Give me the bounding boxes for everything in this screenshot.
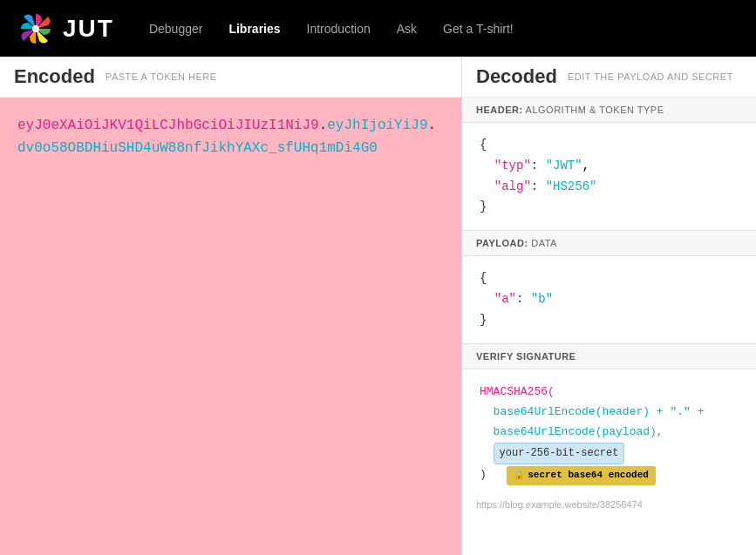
alg-val: "HS256" — [546, 179, 597, 193]
logo-icon — [17, 10, 54, 47]
payload-sublabel: DATA — [531, 238, 557, 248]
typ-val: "JWT" — [546, 159, 582, 173]
payload-section-header: PAYLOAD: DATA — [462, 231, 756, 256]
decoded-panel: Decoded EDIT THE PAYLOAD AND SECRET HEAD… — [462, 57, 756, 555]
badge-text: secret base64 encoded — [528, 467, 649, 484]
verify-func: HMACSHA256( — [480, 385, 555, 398]
decoded-header: Decoded EDIT THE PAYLOAD AND SECRET — [462, 57, 756, 98]
alg-colon: : — [531, 179, 546, 193]
verify-section: VERIFY SIGNATURE HMACSHA256( base64UrlEn… — [462, 344, 756, 514]
logo-text: JUT — [63, 15, 114, 43]
logo-area: JUT — [17, 10, 114, 47]
a-key: "a" — [494, 292, 516, 306]
secret-input-box[interactable]: your-256-bit-secret — [494, 443, 625, 465]
encoded-title: Encoded — [14, 65, 95, 88]
token-dot2: . — [427, 118, 436, 133]
nav-tshirt[interactable]: Get a T-shirt! — [443, 22, 514, 36]
decoded-title: Decoded — [476, 65, 557, 88]
open-brace-header: { — [480, 138, 487, 152]
typ-colon: : — [531, 159, 546, 173]
a-colon: : — [516, 292, 531, 306]
verify-line2: base64UrlEncode(header) + "." + — [494, 405, 705, 418]
verify-line3: base64UrlEncode(payload), — [494, 425, 664, 438]
status-bar: https://blog.example.website/38256474 — [462, 497, 756, 513]
header-section-header: HEADER: ALGORITHM & TOKEN TYPE — [462, 98, 756, 123]
nav-debugger[interactable]: Debugger — [149, 22, 203, 36]
svg-point-0 — [32, 25, 39, 32]
encoded-panel: Encoded PASTE A TOKEN HERE eyJ0eXAiOiJKV… — [0, 57, 462, 555]
header: JUT Debugger Libraries Introduction Ask … — [0, 0, 756, 57]
encoded-header: Encoded PASTE A TOKEN HERE — [0, 57, 461, 98]
decoded-subtitle: EDIT THE PAYLOAD AND SECRET — [568, 71, 733, 82]
main-content: Encoded PASTE A TOKEN HERE eyJ0eXAiOiJKV… — [0, 57, 756, 555]
close-brace-header: } — [480, 200, 487, 213]
nav-libraries[interactable]: Libraries — [228, 22, 280, 36]
verify-section-header: VERIFY SIGNATURE — [462, 344, 756, 369]
header-section-body[interactable]: { "typ": "JWT", "alg": "HS256" } — [462, 123, 756, 230]
status-url: https://blog.example.website/38256474 — [476, 499, 643, 510]
payload-section-body[interactable]: { "a": "b" } — [462, 256, 756, 342]
encoded-body[interactable]: eyJ0eXAiOiJKV1QiLCJhbGciOiJIUzI1NiJ9.eyJ… — [0, 98, 461, 555]
verify-label: VERIFY SIGNATURE — [476, 351, 576, 362]
alg-key: "alg" — [494, 179, 531, 193]
token-part2: eyJhIjoiYiJ9 — [327, 118, 427, 133]
verify-close: ) — [480, 468, 487, 481]
token-part1: eyJ0eXAiOiJKV1QiLCJhbGciOiJIUzI1NiJ9 — [17, 118, 319, 133]
encoded-subtitle: PASTE A TOKEN HERE — [106, 71, 217, 82]
secret-badge[interactable]: 🔒 secret base64 encoded — [507, 466, 656, 485]
payload-section: PAYLOAD: DATA { "a": "b" } — [462, 231, 756, 343]
header-label: HEADER: — [476, 105, 523, 115]
verify-section-body[interactable]: HMACSHA256( base64UrlEncode(header) + ".… — [462, 369, 756, 498]
header-section: HEADER: ALGORITHM & TOKEN TYPE { "typ": … — [462, 98, 756, 231]
lock-icon: 🔒 — [514, 468, 524, 484]
a-val: "b" — [531, 292, 553, 306]
main-nav: Debugger Libraries Introduction Ask Get … — [149, 22, 739, 36]
token-dot1: . — [319, 118, 328, 133]
nav-ask[interactable]: Ask — [397, 22, 417, 36]
typ-key: "typ" — [494, 159, 531, 173]
header-sublabel: ALGORITHM & TOKEN TYPE — [526, 105, 664, 115]
close-brace-payload: } — [480, 313, 487, 327]
open-brace-payload: { — [480, 271, 487, 285]
payload-label: PAYLOAD: — [476, 238, 528, 248]
token-part3: dv0o58OBDHiuSHD4uW88nfJikhYAXc_sfUHq1mDi… — [17, 140, 378, 156]
nav-introduction[interactable]: Introduction — [307, 22, 371, 36]
